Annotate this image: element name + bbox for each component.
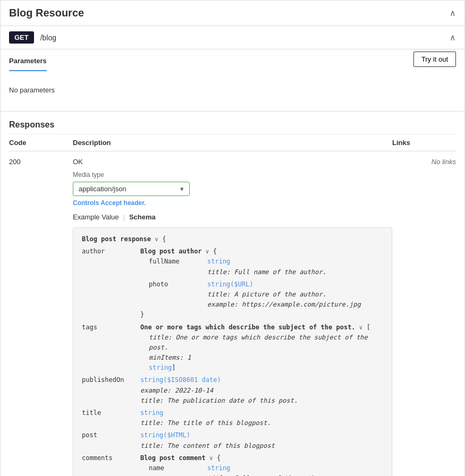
author-close-brace: } <box>140 310 361 320</box>
field-post: post string($HTML) title: The content of… <box>82 430 383 450</box>
field-published-on: publishedOn string($ISO8601 date) exampl… <box>82 375 383 406</box>
field-post-row: post string($HTML) title: The content of… <box>82 430 383 450</box>
responses-table: Code Description Links 200 OK Media type… <box>9 134 456 476</box>
tab-divider: | <box>119 212 129 222</box>
tags-meta: title: One or more tags which describe t… <box>140 333 383 373</box>
table-row: 200 OK Media type application/json ▾ Con… <box>9 151 456 477</box>
media-type-select[interactable]: application/json ▾ <box>73 182 190 196</box>
field-title: title string title: The title of this bl… <box>82 408 383 428</box>
col-header-links: Links <box>392 134 456 151</box>
field-author-row: author Blog post author ∨ { fullNam <box>82 246 383 320</box>
root-expand-icon[interactable]: ∨ <box>155 236 158 243</box>
schema-tab[interactable]: Schema <box>129 212 156 222</box>
field-name-published-on: publishedOn <box>82 375 140 385</box>
field-comments: comments Blog post comment ∨ { name <box>82 453 383 476</box>
params-header: Parameters Try it out <box>9 49 456 78</box>
field-name-comments: comments <box>82 453 140 463</box>
photo-meta2: example: https://example.com/picture.jpg <box>207 300 361 310</box>
method-badge: GET <box>9 31 34 44</box>
comments-header: Blog post comment ∨ { <box>140 453 326 463</box>
author-nested-header: Blog post author ∨ { <box>140 246 361 257</box>
tags-meta1: title: One or more tags which describe t… <box>149 333 383 353</box>
field-name-title: title <box>82 408 140 418</box>
page-header: Blog Resource ∧ <box>1 1 464 26</box>
try-it-out-button[interactable]: Try it out <box>413 52 456 67</box>
fullname-type: string <box>207 257 326 267</box>
root-brace: { <box>158 235 166 243</box>
params-tabs: Parameters <box>9 52 55 71</box>
page-collapse-icon[interactable]: ∧ <box>450 8 456 18</box>
post-type: string($HTML) <box>140 430 275 440</box>
col-header-description: Description <box>73 134 392 151</box>
field-name-tags: tags <box>82 322 140 333</box>
published-on-meta1: example: 2022-10-14 <box>140 386 298 396</box>
field-title-row: title string title: The title of this bl… <box>82 408 383 428</box>
endpoint-path: /blog <box>40 33 56 42</box>
field-tags-row: tags One or more tags which describe the… <box>82 322 383 373</box>
no-links-text: No links <box>432 158 456 166</box>
subfield-photo: photo string($URL) title: A picture of t… <box>149 279 361 310</box>
col-header-code: Code <box>9 134 73 151</box>
fullname-meta: title: Full name of the author. <box>207 267 326 277</box>
schema-tabs: Example Value | Schema <box>73 212 392 222</box>
responses-section: Responses Code Description Links 200 OK … <box>1 112 464 476</box>
response-ok-text: OK <box>73 158 392 166</box>
field-name-post: post <box>82 430 140 440</box>
no-parameters-label: No parameters <box>9 78 456 103</box>
comments-expand-icon[interactable]: ∨ <box>209 455 213 462</box>
field-comments-nested: Blog post comment ∨ { name string <box>140 453 326 476</box>
tags-meta3: string] <box>149 363 383 373</box>
endpoint-row: GET /blog ∧ <box>1 26 464 49</box>
field-tags: tags One or more tags which describe the… <box>82 322 383 373</box>
comments-subfields: name string title: Full name of the auth… <box>140 463 326 476</box>
root-title-text: Blog post response <box>82 235 155 243</box>
response-links: No links <box>392 151 456 477</box>
post-meta: title: The content of this blogpost <box>140 441 275 451</box>
media-type-label: Media type <box>73 171 392 178</box>
subfield-fullname: fullName string title: Full name of the … <box>149 257 361 277</box>
chevron-down-icon: ▾ <box>180 185 184 193</box>
photo-type: string($URL) <box>207 279 361 290</box>
responses-title: Responses <box>9 120 456 134</box>
controls-text: Controls Accept header. <box>73 199 392 207</box>
title-type: string <box>140 408 271 418</box>
published-on-type: string($ISO8601 date) <box>140 375 298 385</box>
name-meta: title: Full name of the author. <box>207 473 326 476</box>
published-on-meta2: title: The publication date of this post… <box>140 396 298 406</box>
tags-header: One or more tags which describe the subj… <box>140 322 383 333</box>
parameters-tab[interactable]: Parameters <box>9 52 47 71</box>
photo-meta1: title: A picture of the author. <box>207 290 361 300</box>
response-code: 200 <box>9 151 73 477</box>
parameters-section: Parameters Try it out No parameters <box>1 49 464 112</box>
endpoint-collapse-icon[interactable]: ∧ <box>450 32 456 42</box>
field-author-nested: Blog post author ∨ { fullName string <box>140 246 361 320</box>
subfield-name: name string title: Full name of the auth… <box>149 463 326 476</box>
field-author: author Blog post author ∨ { fullNam <box>82 246 383 320</box>
tags-meta2: minItems: 1 <box>149 353 383 363</box>
title-meta: title: The title of this blogpost. <box>140 418 271 428</box>
schema-box: Blog post response ∨ { author Blog post … <box>73 227 392 476</box>
field-tags-nested: One or more tags which describe the subj… <box>140 322 383 373</box>
field-published-on-row: publishedOn string($ISO8601 date) exampl… <box>82 375 383 406</box>
name-type: string <box>207 463 326 473</box>
schema-content: Blog post response ∨ { author Blog post … <box>82 234 383 476</box>
field-name-author: author <box>82 246 140 257</box>
media-type-value: application/json <box>79 185 126 193</box>
response-description: OK Media type application/json ▾ Control… <box>73 151 392 477</box>
author-subfields: fullName string title: Full name of the … <box>140 257 361 310</box>
schema-root-title: Blog post response ∨ { <box>82 234 383 244</box>
example-value-tab[interactable]: Example Value <box>73 212 119 222</box>
page-wrapper: Blog Resource ∧ GET /blog ∧ Parameters T… <box>0 0 465 476</box>
field-comments-row: comments Blog post comment ∨ { name <box>82 453 383 476</box>
endpoint-left: GET /blog <box>9 31 56 44</box>
page-title: Blog Resource <box>9 7 84 19</box>
